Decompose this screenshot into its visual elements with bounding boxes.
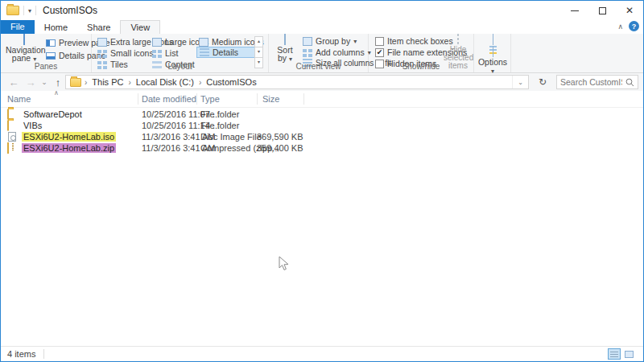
add-columns-button[interactable]: Add columns ▾ — [303, 47, 371, 57]
group-by-icon — [303, 37, 312, 46]
column-divider[interactable] — [303, 93, 304, 105]
mouse-cursor — [279, 256, 289, 271]
refresh-icon[interactable]: ↻ — [534, 75, 551, 89]
minimize-button[interactable] — [561, 1, 588, 20]
close-button[interactable]: ✕ — [616, 1, 643, 20]
back-icon[interactable]: ← — [4, 77, 23, 88]
sort-ascending-icon: ∧ — [54, 89, 59, 97]
large-icons-icon — [152, 38, 162, 47]
gallery-scroll-down-icon[interactable]: ▾ — [254, 47, 263, 58]
file-name: ESXi6U2-HomeLab.zip — [22, 143, 116, 153]
sort-by-button[interactable]: Sort by ▾ — [272, 35, 298, 64]
navigation-pane-icon — [23, 34, 25, 45]
breadcrumb-separator: › — [128, 78, 130, 87]
column-header-type[interactable]: Type — [200, 94, 220, 104]
hide-selected-items-icon — [457, 34, 459, 44]
file-size: 359,400 KB — [257, 143, 297, 153]
view-small-icons[interactable]: Small icons — [95, 47, 156, 59]
folder-icon — [70, 78, 81, 87]
column-header-size[interactable]: Size — [262, 94, 279, 104]
help-icon[interactable]: ? — [629, 21, 639, 31]
column-headers: ∧ Name Date modified Type Size — [1, 91, 643, 108]
disc-image-icon — [8, 132, 16, 142]
recent-locations-icon[interactable]: ⌄ — [38, 79, 51, 86]
ribbon-group-panes: Navigation pane ▾ Preview pane Details p… — [1, 34, 92, 72]
details-view-icon — [200, 48, 209, 57]
search-icon[interactable] — [625, 78, 634, 87]
up-icon[interactable]: ↑ — [51, 77, 65, 88]
group-label-show-hide: Show/hide — [369, 62, 473, 71]
view-details[interactable]: Details — [196, 47, 258, 58]
gallery-scroll-up-icon[interactable]: ▴ — [254, 36, 263, 47]
preview-pane-icon — [46, 39, 56, 47]
file-type: File folder — [200, 109, 239, 119]
ribbon-group-layout: Extra large icons Small icons Tiles Larg… — [92, 34, 269, 72]
view-list[interactable]: List — [150, 47, 180, 59]
search-input[interactable] — [557, 77, 625, 87]
zip-file-icon — [7, 142, 9, 154]
address-bar: ← → ⌄ ↑ › This PC › Local Disk (C:) › Cu… — [1, 73, 643, 91]
folder-icon — [6, 6, 19, 15]
column-header-name[interactable]: Name — [7, 94, 31, 104]
minimize-icon — [571, 10, 579, 11]
column-divider[interactable] — [257, 93, 258, 105]
file-name: VIBs — [22, 121, 43, 130]
small-icons-icon — [97, 49, 107, 58]
forward-icon[interactable]: → — [23, 77, 38, 88]
sort-by-icon — [284, 34, 286, 45]
divider — [43, 349, 44, 359]
window-controls: ✕ — [561, 1, 643, 20]
column-header-date-modified[interactable]: Date modified — [142, 94, 196, 104]
checkbox-checked-icon: ✔ — [375, 48, 384, 57]
file-explorer-window: ▾ CustomISOs ✕ File Home Share View ∧ ? … — [0, 0, 644, 362]
ribbon-tab-row: File Home Share View ∧ ? — [1, 20, 643, 34]
ribbon-group-options: Options ▾ — [474, 34, 511, 72]
group-by-button[interactable]: Group by ▾ — [303, 36, 357, 46]
file-row-esxi-zip[interactable]: ESXi6U2-HomeLab.zip 11/3/2016 3:41 AM Co… — [1, 142, 643, 154]
details-view-toggle[interactable] — [608, 348, 621, 360]
checkbox-icon — [375, 37, 384, 46]
column-divider[interactable] — [196, 93, 197, 105]
breadcrumb-local-disk-c[interactable]: Local Disk (C:) — [134, 77, 196, 87]
address-box[interactable]: › This PC › Local Disk (C:) › CustomISOs… — [65, 75, 529, 89]
maximize-button[interactable] — [588, 1, 616, 20]
file-list-pane: ∧ Name Date modified Type Size SoftwareD… — [1, 91, 643, 349]
view-toggles — [608, 348, 635, 360]
qat-dropdown-icon[interactable]: ▾ — [28, 7, 31, 14]
file-row-softwaredepot[interactable]: SoftwareDepot 10/25/2016 11:07 ... File … — [1, 109, 643, 120]
tab-file[interactable]: File — [1, 20, 35, 34]
medium-icons-icon — [199, 38, 208, 47]
details-view-icon — [610, 351, 618, 357]
add-columns-icon — [303, 48, 312, 57]
file-type: Disc Image File — [200, 132, 262, 142]
collapse-ribbon-icon[interactable]: ∧ — [617, 23, 623, 31]
group-label-current-view: Current view — [269, 62, 368, 71]
list-icon — [152, 49, 162, 58]
window-title: CustomISOs — [43, 5, 97, 16]
file-type: File folder — [200, 121, 239, 130]
thumbnail-view-icon — [625, 351, 634, 358]
breadcrumb-customisos[interactable]: CustomISOs — [204, 77, 258, 87]
large-icons-view-toggle[interactable] — [622, 348, 635, 360]
address-dropdown-icon[interactable]: ⌄ — [512, 76, 528, 88]
item-count: 4 items — [1, 349, 35, 359]
details-pane-icon — [46, 52, 56, 60]
divider — [35, 6, 36, 15]
file-row-vibs[interactable]: VIBs 10/25/2016 11:14 ... File folder — [1, 120, 643, 131]
column-divider[interactable] — [138, 93, 138, 105]
extra-large-icons-icon — [97, 38, 107, 47]
options-button[interactable]: Options ▾ — [476, 35, 510, 76]
tab-view[interactable]: View — [120, 20, 160, 34]
tab-share[interactable]: Share — [77, 21, 120, 34]
tab-home[interactable]: Home — [35, 21, 77, 34]
file-size: 369,590 KB — [257, 132, 297, 142]
status-bar: 4 items — [1, 346, 643, 361]
breadcrumb-this-pc[interactable]: This PC — [90, 77, 125, 87]
file-name: SoftwareDepot — [22, 109, 84, 119]
item-check-boxes-checkbox[interactable]: Item check boxes — [375, 36, 453, 46]
divider — [23, 6, 24, 15]
navigation-pane-button[interactable]: Navigation pane ▾ — [6, 35, 43, 64]
file-row-esxi-iso[interactable]: ESXi6U2-HomeLab.iso 11/3/2016 3:41 AM Di… — [1, 131, 643, 142]
ribbon-group-current-view: Sort by ▾ Group by ▾ Add columns ▾ Size … — [269, 34, 369, 72]
ribbon-empty-space — [511, 34, 643, 72]
